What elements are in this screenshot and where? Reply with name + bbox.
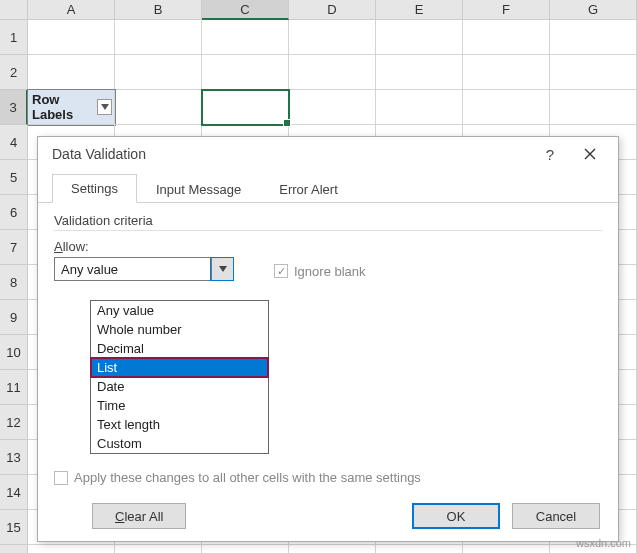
checkbox-icon — [54, 471, 68, 485]
apply-changes-label: Apply these changes to all other cells w… — [74, 470, 421, 485]
cell[interactable] — [463, 545, 550, 553]
cell[interactable] — [550, 20, 637, 55]
tab-error-alert[interactable]: Error Alert — [260, 175, 357, 203]
tab-input-message[interactable]: Input Message — [137, 175, 260, 203]
allow-option-custom[interactable]: Custom — [91, 434, 268, 453]
dialog-title: Data Validation — [52, 146, 530, 162]
row-header-2[interactable]: 2 — [0, 55, 28, 90]
row-header-7[interactable]: 7 — [0, 230, 28, 265]
cancel-button[interactable]: Cancel — [512, 503, 600, 529]
cell-C3-selected[interactable] — [202, 90, 289, 125]
row-header-14[interactable]: 14 — [0, 475, 28, 510]
col-header-A[interactable]: A — [28, 0, 115, 20]
clear-all-button[interactable]: Clear All — [92, 503, 186, 529]
ignore-blank-label: Ignore blank — [294, 264, 366, 279]
cell[interactable] — [289, 20, 376, 55]
close-button[interactable] — [570, 139, 610, 169]
tab-bar: Settings Input Message Error Alert — [38, 171, 618, 203]
col-header-B[interactable]: B — [115, 0, 202, 20]
allow-dropdown-list[interactable]: Any value Whole number Decimal List Date… — [90, 300, 269, 454]
tab-settings[interactable]: Settings — [52, 174, 137, 203]
settings-panel: Validation criteria Allow: Any value ✓ I… — [38, 203, 618, 289]
cell[interactable] — [28, 20, 115, 55]
col-header-G[interactable]: G — [550, 0, 637, 20]
row-header-11[interactable]: 11 — [0, 370, 28, 405]
allow-option-time[interactable]: Time — [91, 396, 268, 415]
allow-label: Allow: — [54, 239, 234, 254]
allow-option-list[interactable]: List — [91, 358, 268, 377]
row-header-12[interactable]: 12 — [0, 405, 28, 440]
column-header-row: A B C D E F G — [0, 0, 637, 20]
group-divider — [54, 230, 602, 231]
watermark: wsxdn.com — [576, 537, 631, 549]
allow-option-whole-number[interactable]: Whole number — [91, 320, 268, 339]
cell[interactable] — [289, 545, 376, 553]
allow-combobox[interactable]: Any value — [54, 257, 234, 281]
row-header-6[interactable]: 6 — [0, 195, 28, 230]
row-header-16[interactable]: 16 — [0, 545, 28, 553]
apply-changes-checkbox: Apply these changes to all other cells w… — [54, 470, 421, 485]
row-header-4[interactable]: 4 — [0, 125, 28, 160]
row-header-13[interactable]: 13 — [0, 440, 28, 475]
ok-button[interactable]: OK — [412, 503, 500, 529]
allow-option-decimal[interactable]: Decimal — [91, 339, 268, 358]
allow-value: Any value — [55, 262, 211, 277]
cell[interactable] — [289, 55, 376, 90]
col-header-C[interactable]: C — [202, 0, 289, 20]
help-button[interactable]: ? — [530, 139, 570, 169]
row-header-3[interactable]: 3 — [0, 90, 28, 125]
checkbox-icon: ✓ — [274, 264, 288, 278]
col-header-E[interactable]: E — [376, 0, 463, 20]
cell[interactable] — [115, 55, 202, 90]
cell[interactable] — [376, 545, 463, 553]
cell[interactable] — [376, 20, 463, 55]
row-header-15[interactable]: 15 — [0, 510, 28, 545]
cell[interactable] — [463, 55, 550, 90]
cell-A3-row-labels[interactable]: Row Labels — [28, 90, 115, 125]
row-header-10[interactable]: 10 — [0, 335, 28, 370]
close-icon — [584, 148, 596, 160]
cell[interactable] — [550, 55, 637, 90]
dialog-button-row: Clear All OK Cancel — [92, 503, 600, 529]
ignore-blank-checkbox: ✓ Ignore blank — [274, 261, 366, 281]
allow-option-text-length[interactable]: Text length — [91, 415, 268, 434]
cell-text: Row Labels — [32, 92, 97, 122]
cell[interactable] — [289, 90, 376, 125]
dialog-titlebar: Data Validation ? — [38, 137, 618, 171]
cell[interactable] — [115, 545, 202, 553]
cell[interactable] — [115, 90, 202, 125]
cell[interactable] — [115, 20, 202, 55]
cell[interactable] — [28, 55, 115, 90]
row-header-9[interactable]: 9 — [0, 300, 28, 335]
cell[interactable] — [376, 90, 463, 125]
row-header-8[interactable]: 8 — [0, 265, 28, 300]
validation-criteria-label: Validation criteria — [54, 213, 602, 228]
cell[interactable] — [550, 90, 637, 125]
cell[interactable] — [202, 545, 289, 553]
cell[interactable] — [463, 90, 550, 125]
cell[interactable] — [463, 20, 550, 55]
chevron-down-icon[interactable] — [211, 258, 233, 280]
cell[interactable] — [376, 55, 463, 90]
col-header-D[interactable]: D — [289, 0, 376, 20]
row-header-5[interactable]: 5 — [0, 160, 28, 195]
allow-option-date[interactable]: Date — [91, 377, 268, 396]
row-header-1[interactable]: 1 — [0, 20, 28, 55]
cell[interactable] — [28, 545, 115, 553]
allow-option-any-value[interactable]: Any value — [91, 301, 268, 320]
cell[interactable] — [202, 55, 289, 90]
filter-dropdown-icon[interactable] — [97, 99, 112, 115]
select-all-corner[interactable] — [0, 0, 28, 20]
col-header-F[interactable]: F — [463, 0, 550, 20]
cell[interactable] — [202, 20, 289, 55]
